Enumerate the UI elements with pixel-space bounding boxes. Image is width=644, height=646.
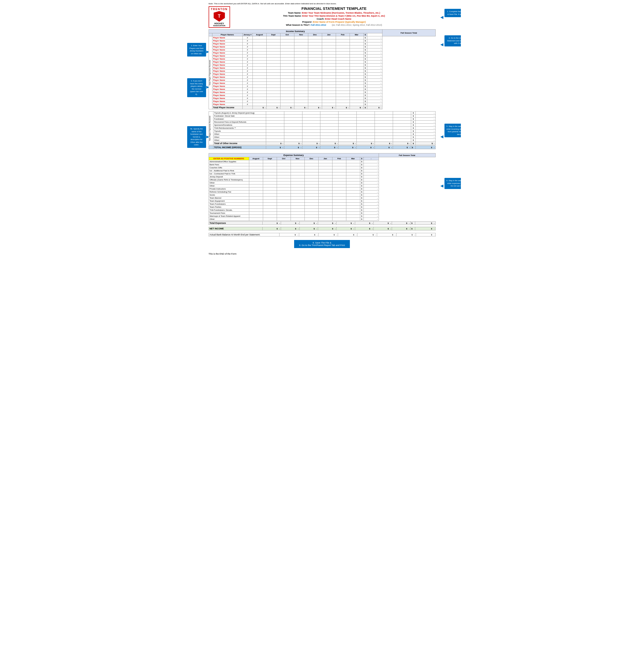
other-aug-cell[interactable] [266,133,284,136]
player-aug-cell[interactable] [253,36,266,39]
player-sept-cell[interactable] [266,45,280,48]
expense-aug-cell[interactable] [249,172,263,176]
other-sept-cell[interactable] [284,118,302,121]
expense-oct-cell[interactable] [277,203,291,206]
player-sept-cell[interactable] [266,88,280,91]
expense-aug-cell[interactable] [249,203,263,206]
expense-dec-cell[interactable] [304,188,318,191]
player-oct-cell[interactable] [280,36,294,39]
expense-feb-cell[interactable] [332,182,346,185]
jersey-number-cell[interactable]: # [242,55,253,58]
other-sept-cell[interactable] [284,124,302,127]
player-name-cell[interactable]: Player Name [212,45,242,48]
player-feb-cell[interactable] [336,45,350,48]
other-feb-cell[interactable] [375,139,393,142]
expense-oct-cell[interactable] [277,185,291,188]
player-dec-cell[interactable] [308,97,322,100]
expense-mar-cell[interactable] [346,212,360,215]
other-oct-cell[interactable] [302,112,320,115]
expense-oct-cell[interactable] [277,163,291,166]
jersey-number-cell[interactable]: # [242,42,253,45]
expense-aug-cell[interactable] [249,218,263,221]
other-dec-cell[interactable] [339,136,357,139]
expense-oct-cell[interactable] [277,206,291,209]
player-oct-cell[interactable] [280,79,294,82]
expense-jan-cell[interactable] [318,200,332,203]
player-nov-cell[interactable] [294,100,308,103]
jersey-number-cell[interactable]: # [242,45,253,48]
other-dec-cell[interactable] [339,127,357,130]
expense-aug-cell[interactable] [249,179,263,182]
player-aug-cell[interactable] [253,67,266,70]
player-sept-cell[interactable] [266,42,280,45]
player-name-cell[interactable]: Player Name [212,88,242,91]
other-nov-cell[interactable] [320,130,339,133]
other-mar-cell[interactable] [393,136,411,139]
player-aug-cell[interactable] [253,73,266,76]
player-nov-cell[interactable] [294,85,308,88]
other-dec-cell[interactable] [339,121,357,124]
other-jan-cell[interactable] [357,127,375,130]
player-aug-cell[interactable] [253,79,266,82]
jersey-number-cell[interactable]: # [242,88,253,91]
other-sept-cell[interactable] [284,136,302,139]
expense-aug-cell[interactable] [249,176,263,179]
player-name-cell[interactable]: Player Name [212,64,242,67]
player-jan-cell[interactable] [322,51,336,55]
player-jan-cell[interactable] [322,45,336,48]
other-jan-cell[interactable] [357,121,375,124]
expense-aug-cell[interactable] [249,191,263,194]
player-nov-cell[interactable] [294,51,308,55]
expense-dec-cell[interactable] [304,191,318,194]
player-mar-cell[interactable] [350,100,364,103]
player-mar-cell[interactable] [350,48,364,51]
other-nov-cell[interactable] [320,127,339,130]
other-dec-cell[interactable] [339,118,357,121]
player-nov-cell[interactable] [294,88,308,91]
player-aug-cell[interactable] [253,94,266,97]
player-oct-cell[interactable] [280,64,294,67]
player-mar-cell[interactable] [350,88,364,91]
expense-jan-cell[interactable] [318,191,332,194]
player-dec-cell[interactable] [308,67,322,70]
player-mar-cell[interactable] [350,67,364,70]
other-feb-cell[interactable] [375,130,393,133]
player-feb-cell[interactable] [336,64,350,67]
player-mar-cell[interactable] [350,76,364,79]
expense-mar-cell[interactable] [346,166,360,169]
expense-mar-cell[interactable] [346,194,360,197]
expense-oct-cell[interactable] [277,212,291,215]
expense-feb-cell[interactable] [332,188,346,191]
player-nov-cell[interactable] [294,55,308,58]
jersey-number-cell[interactable]: # [242,64,253,67]
player-mar-cell[interactable] [350,94,364,97]
player-oct-cell[interactable] [280,42,294,45]
player-dec-cell[interactable] [308,82,322,85]
other-aug-cell[interactable] [266,130,284,133]
other-jan-cell[interactable] [357,136,375,139]
other-mar-cell[interactable] [393,115,411,118]
player-mar-cell[interactable] [350,91,364,94]
player-nov-cell[interactable] [294,73,308,76]
expense-dec-cell[interactable] [304,169,318,172]
player-jan-cell[interactable] [322,70,336,73]
player-jan-cell[interactable] [322,79,336,82]
expense-aug-cell[interactable] [249,163,263,166]
expense-feb-cell[interactable] [332,163,346,166]
player-dec-cell[interactable] [308,85,322,88]
player-jan-cell[interactable] [322,55,336,58]
expense-oct-cell[interactable] [277,191,291,194]
player-nov-cell[interactable] [294,58,308,61]
expense-oct-cell[interactable] [277,200,291,203]
expense-sept-cell[interactable] [263,200,277,203]
player-nov-cell[interactable] [294,70,308,73]
expense-feb-cell[interactable] [332,160,346,163]
other-nov-cell[interactable] [320,121,339,124]
other-jan-cell[interactable] [357,118,375,121]
player-jan-cell[interactable] [322,100,336,103]
other-mar-cell[interactable] [393,112,411,115]
player-sept-cell[interactable] [266,76,280,79]
expense-dec-cell[interactable] [304,212,318,215]
player-name-cell[interactable]: Player Name [212,42,242,45]
other-aug-cell[interactable] [266,115,284,118]
